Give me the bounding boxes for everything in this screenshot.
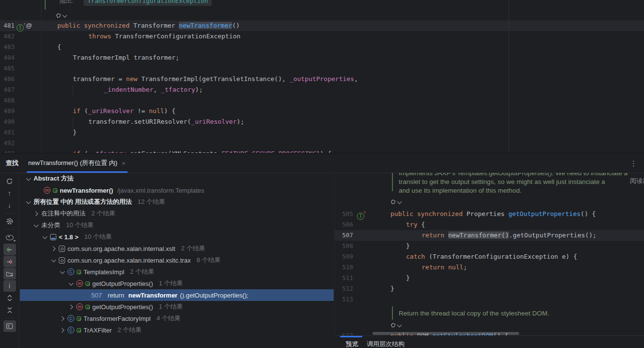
code-line-481[interactable]: public synchronized Transformer newTrans… bbox=[57, 20, 240, 31]
find-header: 查找 newTransformer() (所有位置 内) × ⋮ bbox=[0, 153, 644, 173]
tree-row-package-xslt[interactable]: com.sun.org.apache.xalan.internal.xslt 2… bbox=[20, 243, 334, 254]
doc-exception-chip: TransformerConfigurationException bbox=[84, 0, 212, 6]
preview-line-507[interactable]: return newTransformer().getOutputPropert… bbox=[422, 230, 596, 241]
chevron-down-icon[interactable] bbox=[68, 281, 74, 286]
chevron-down-icon[interactable] bbox=[25, 199, 31, 205]
collapse-all-icon[interactable] bbox=[3, 304, 16, 316]
active-tab-indicator bbox=[340, 336, 362, 337]
preview-line-508[interactable]: } bbox=[406, 241, 410, 251]
code-line-491[interactable]: } bbox=[73, 127, 77, 138]
margin-guide bbox=[508, 0, 509, 153]
preview-line-512[interactable]: } bbox=[390, 283, 394, 294]
settings-gear-icon[interactable] bbox=[3, 215, 16, 227]
chevron-down-icon[interactable] bbox=[33, 222, 39, 228]
autoscroll-from-source-icon[interactable] bbox=[3, 256, 16, 267]
doc-render-toggle-icon[interactable] bbox=[390, 322, 401, 329]
tab-call-hierarchy[interactable]: 调用层次结构 bbox=[367, 340, 405, 348]
code-line-483[interactable]: { bbox=[57, 42, 61, 52]
show-preview-icon[interactable] bbox=[3, 320, 16, 332]
code-line-489[interactable]: if (_uriResolver != null) { bbox=[73, 106, 175, 116]
code-line-490[interactable]: transformer.setURIResolver(_uriResolver)… bbox=[88, 116, 244, 127]
find-title: 查找 bbox=[6, 153, 18, 173]
chevron-right-icon[interactable] bbox=[59, 327, 65, 333]
preview-editor-pane[interactable]: Implements JAXP's Templates.getOutputPro… bbox=[334, 173, 644, 336]
chevron-right-icon[interactable] bbox=[59, 315, 65, 321]
tree-row-transformer-factory-impl[interactable]: C TransformerFactoryImpl 4 个结果 bbox=[20, 313, 334, 324]
jar-library-icon bbox=[50, 234, 56, 240]
public-key-icon bbox=[77, 316, 81, 321]
public-key-icon bbox=[85, 305, 90, 309]
toolbar-separator bbox=[4, 318, 15, 318]
line-numbers: 481482483484485486487488489490491492493 bbox=[0, 20, 15, 153]
code-line-487[interactable]: _indentNumber, _tfactory); bbox=[104, 84, 203, 95]
doc-render-toggle-icon[interactable] bbox=[390, 199, 401, 205]
find-results-tab[interactable]: newTransformer() (所有位置 内) × bbox=[28, 153, 125, 173]
doc-line: and use its implementation of this metho… bbox=[399, 186, 522, 195]
preview-line-510[interactable]: return null; bbox=[422, 262, 467, 273]
tab-preview[interactable]: 预览 bbox=[346, 340, 358, 348]
tree-row-usages-section[interactable]: 所有位置 中的 用法或基方法的用法 12 个结果 bbox=[20, 196, 334, 208]
doc-comment-guide bbox=[45, 0, 46, 10]
doc-line: translet to get the output settings, so … bbox=[399, 178, 605, 186]
doc-comment-guide bbox=[392, 173, 393, 191]
doc-throws-label: 抛出: bbox=[59, 0, 74, 6]
usage-details-info-icon[interactable]: i bbox=[3, 280, 16, 292]
tab-label: newTransformer() (所有位置 内) bbox=[28, 159, 118, 167]
group-by-folder-icon[interactable] bbox=[3, 268, 16, 280]
public-key-icon bbox=[77, 270, 81, 274]
tree-row-trax-filter[interactable]: C TrAXFilter 2 个结果 bbox=[20, 324, 334, 336]
editor-pane[interactable]: 抛出: TransformerConfigurationException 48… bbox=[0, 0, 644, 153]
preview-line-509[interactable]: catch (TransformerConfigurationException… bbox=[406, 251, 577, 262]
chevron-down-icon[interactable] bbox=[25, 176, 31, 182]
chevron-down-icon[interactable] bbox=[59, 269, 65, 275]
chevron-down-icon[interactable] bbox=[51, 257, 56, 263]
annotation-at-icon[interactable]: @ bbox=[26, 22, 32, 30]
indent-guide bbox=[73, 117, 73, 127]
implements-method-icon[interactable]: I↑ bbox=[357, 213, 364, 220]
code-line-493[interactable]: if ( _tfactory.getFeature(XMLConstants.F… bbox=[73, 149, 331, 153]
chevron-down-icon bbox=[397, 323, 402, 328]
chevron-down-icon[interactable] bbox=[42, 234, 48, 240]
preview-tab-bar: 预览 调用层次结构 bbox=[334, 335, 644, 348]
horizontal-scrollbar[interactable] bbox=[373, 332, 519, 335]
preview-line-505[interactable]: public synchronized Properties getOutput… bbox=[390, 209, 596, 219]
tree-row-jdk[interactable]: < 1.8 > 10 个结果 bbox=[20, 231, 334, 243]
preview-line-506[interactable]: try { bbox=[406, 219, 425, 230]
tree-row-get-output-properties-1[interactable]: m getOutputProperties() 1 个结果 bbox=[20, 278, 334, 289]
tree-row-templates-impl[interactable]: C TemplatesImpl 2 个结果 bbox=[20, 266, 334, 278]
method-icon: m bbox=[44, 187, 51, 194]
tree-row-get-output-properties-2[interactable]: m getOutputProperties() 1 个结果 bbox=[20, 301, 334, 313]
class-icon: C bbox=[68, 327, 74, 333]
autoscroll-to-source-icon[interactable] bbox=[3, 244, 16, 255]
rerun-icon[interactable] bbox=[3, 175, 16, 187]
close-icon[interactable]: × bbox=[122, 160, 126, 167]
expand-all-icon[interactable] bbox=[3, 292, 16, 304]
preview-line-numbers: 505506507508509510511512513 bbox=[335, 209, 353, 305]
public-key-icon bbox=[77, 328, 81, 332]
tree-row-abstract-method[interactable]: Abstract 方法 bbox=[20, 173, 334, 184]
chevron-right-icon[interactable] bbox=[51, 246, 56, 251]
find-tool-window: 查找 newTransformer() (所有位置 内) × ⋮ ↑ ↓ bbox=[0, 153, 644, 348]
preview-line-511[interactable]: } bbox=[406, 273, 410, 283]
previous-occurrence-icon[interactable]: ↑ bbox=[3, 187, 16, 199]
chevron-right-icon[interactable] bbox=[33, 211, 39, 216]
tree-row-unclassified[interactable]: 未分类 10 个结果 bbox=[20, 219, 334, 231]
code-line-484[interactable]: TransformerImpl transformer; bbox=[73, 52, 179, 63]
find-toolbar: ↑ ↓ i bbox=[0, 173, 19, 348]
tree-row-new-transformer[interactable]: m newTransformer() /javax.xml.transform.… bbox=[20, 184, 334, 196]
tree-row-usage-line-507-selected[interactable]: 507 return newTransformer ().getOutputPr… bbox=[20, 289, 334, 301]
chevron-right-icon[interactable] bbox=[68, 304, 74, 310]
reader-mode-hint[interactable]: 阅读器模式 bbox=[630, 177, 644, 185]
implements-method-icon[interactable]: I↑ bbox=[17, 24, 24, 32]
code-line-486[interactable]: transformer = new TransformerImpl(getTra… bbox=[73, 74, 358, 84]
tree-row-usages-in-comments[interactable]: 在注释中的用法 2 个结果 bbox=[20, 208, 334, 219]
next-occurrence-icon[interactable]: ↓ bbox=[3, 199, 16, 211]
more-options-icon[interactable]: ⋮ bbox=[630, 160, 637, 167]
class-icon: C bbox=[68, 268, 74, 275]
tree-row-package-trax[interactable]: com.sun.org.apache.xalan.internal.xsltc.… bbox=[20, 254, 334, 266]
code-line-482[interactable]: throws TransformerConfigurationException bbox=[88, 31, 240, 42]
doc-line: Return the thread local copy of the styl… bbox=[399, 309, 549, 318]
chevron-down-icon bbox=[63, 13, 68, 18]
filter-eye-icon[interactable] bbox=[3, 232, 16, 243]
doc-render-toggle-icon[interactable] bbox=[55, 13, 67, 19]
